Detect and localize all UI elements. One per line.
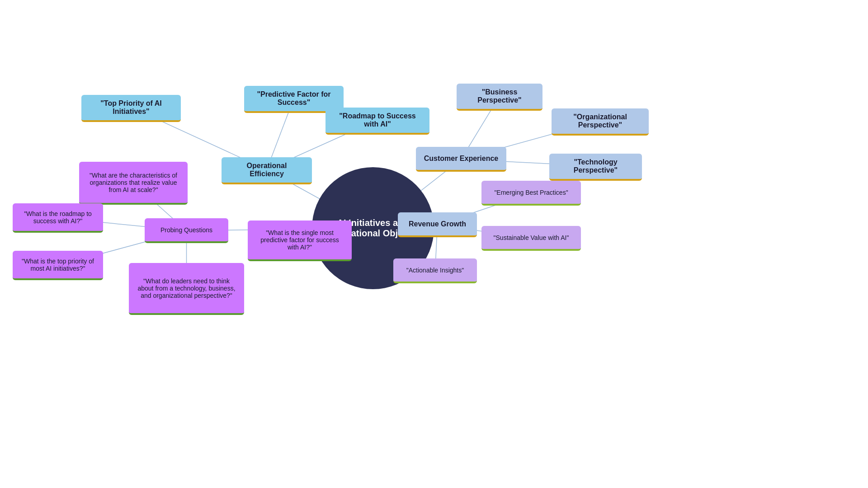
actionable-insights-node[interactable]: "Actionable Insights" [393, 258, 477, 283]
sustainable-value-node[interactable]: "Sustainable Value with AI" [481, 226, 581, 251]
customer-experience-node[interactable]: Customer Experience [416, 147, 506, 172]
probing-questions-node[interactable]: Probing Questions [145, 218, 228, 243]
leaders-think-node[interactable]: "What do leaders need to think about fro… [129, 263, 244, 315]
operational-efficiency-node[interactable]: Operational Efficiency [222, 157, 312, 184]
organizational-perspective-node[interactable]: "Organizational Perspective" [552, 108, 649, 136]
top-priority-node[interactable]: "Top Priority of AI Initiatives" [81, 95, 181, 122]
mind-map: AI Initiatives and Organizational Object… [0, 0, 868, 488]
top-priority-question-node[interactable]: "What is the top priority of most AI ini… [13, 251, 103, 280]
roadmap-success-node[interactable]: "Roadmap to Success with AI" [326, 108, 429, 135]
connections-svg [0, 0, 868, 488]
revenue-growth-node[interactable]: Revenue Growth [398, 212, 477, 237]
roadmap-question-node[interactable]: "What is the roadmap to success with AI?… [13, 203, 103, 233]
emerging-best-node[interactable]: "Emerging Best Practices" [481, 181, 581, 206]
technology-perspective-node[interactable]: "Technology Perspective" [549, 154, 642, 181]
single-predictive-node[interactable]: "What is the single most predictive fact… [248, 221, 352, 261]
business-perspective-node[interactable]: "Business Perspective" [457, 84, 542, 111]
characteristics-node[interactable]: "What are the characteristics of organiz… [79, 162, 188, 205]
